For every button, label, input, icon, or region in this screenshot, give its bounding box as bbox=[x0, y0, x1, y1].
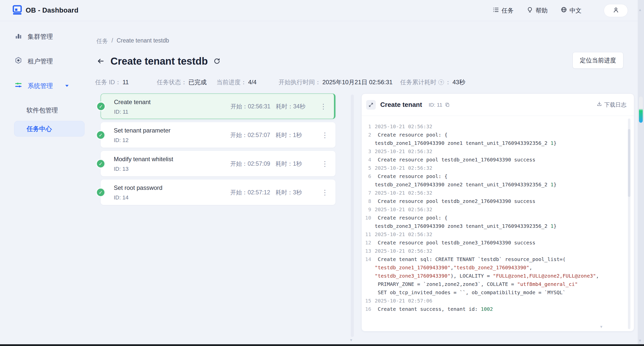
breadcrumb-current: Create tenant testdb bbox=[117, 37, 169, 45]
page-scrollbar[interactable]: ▴ ▾ bbox=[638, 0, 644, 344]
log-line-content: Create resource pool: { bbox=[375, 172, 447, 181]
topnav-language[interactable]: 中文 bbox=[561, 7, 582, 15]
log-line: 132025-10-21 02:56:32 bbox=[362, 247, 622, 255]
status-success-icon: ✓ bbox=[96, 130, 105, 140]
sidebar-item-task-center[interactable]: 任务中心 bbox=[14, 121, 85, 137]
log-line-content: 2025-10-21 02:56:32 bbox=[375, 122, 432, 131]
log-segment-plain: , bbox=[529, 265, 532, 271]
info-value: 2025年10月21日 02:56:31 bbox=[322, 78, 393, 86]
log-line-number: 11 bbox=[362, 230, 375, 239]
log-line-content: testdb_zone3_1760943390 zone3 tenant_uni… bbox=[375, 222, 556, 230]
log-line: testdb_zone1_1760943390 zone1 tenant_uni… bbox=[362, 139, 622, 147]
sidebar-item-packages[interactable]: 软件包管理 bbox=[0, 102, 91, 118]
kebab-menu-icon[interactable]: ⋮ bbox=[320, 131, 330, 139]
log-segment-time: 2025-10-21 02:56:32 bbox=[375, 123, 432, 129]
topnav-language-label: 中文 bbox=[570, 7, 582, 15]
kebab-menu-icon[interactable]: ⋮ bbox=[320, 159, 330, 168]
topnav-tasks[interactable]: 任务 bbox=[493, 7, 514, 15]
log-segment-plain: } bbox=[553, 140, 556, 146]
copy-icon[interactable] bbox=[445, 102, 450, 108]
info-label: 开始执行时间： bbox=[279, 78, 321, 86]
page-scrollbar-thumb[interactable] bbox=[639, 97, 643, 123]
topnav-help-label: 帮助 bbox=[536, 7, 548, 15]
log-scrollbar-thumb[interactable] bbox=[628, 129, 630, 197]
log-line-content: Create resource pool: { bbox=[375, 214, 447, 222]
log-segment-plain: testdb_zone2_1760943390 zone2 tenant_uni… bbox=[375, 182, 550, 188]
log-segment-plain: Create resource pool testdb_zone2_176094… bbox=[375, 198, 535, 204]
log-panel-header: Create tenant ID: 11 下载日志 bbox=[362, 94, 634, 116]
log-segment-time: 2025-10-21 02:56:32 bbox=[375, 206, 432, 212]
task-id: ID: 13 bbox=[114, 166, 129, 172]
log-line: 14 Create tenant sql: CREATE TENANT `tes… bbox=[362, 255, 622, 264]
sidebar-item-tenant[interactable]: 租户管理 bbox=[0, 53, 91, 69]
task-card-1[interactable]: ✓Create tenantID: 11开始：02:56:31耗时：34秒⋮ bbox=[101, 94, 335, 119]
task-card-4[interactable]: ✓Set root passwordID: 14开始：02:57:12耗时：3秒… bbox=[101, 180, 335, 205]
chevron-down-icon bbox=[65, 84, 69, 87]
task-list-scrollbar[interactable] bbox=[351, 95, 354, 337]
scroll-down-indicator: ▾ bbox=[350, 338, 352, 342]
task-start-time: 开始：02:56:31 bbox=[231, 102, 271, 110]
help-circle-icon[interactable]: ? bbox=[438, 79, 444, 85]
page-title: Create tenant testdb bbox=[110, 56, 208, 67]
log-line-content: 2025-10-21 02:56:32 bbox=[375, 164, 432, 172]
log-segment-plain: Create resource pool testdb_zone3_176094… bbox=[375, 240, 535, 246]
log-line: 112025-10-21 02:56:32 bbox=[362, 230, 622, 239]
user-avatar[interactable] bbox=[604, 4, 628, 17]
refresh-icon[interactable] bbox=[213, 58, 220, 65]
task-card-3[interactable]: ✓Modify tenant whitelistID: 13开始：02:57:0… bbox=[101, 151, 335, 176]
log-line-content: "testdb_zone1_1760943390","testdb_zone2_… bbox=[375, 264, 532, 272]
log-line-content: Create tenant success, tenant id: 1002 bbox=[375, 305, 493, 313]
expand-icon[interactable] bbox=[366, 100, 376, 110]
sidebar-item-system[interactable]: 系统管理 bbox=[0, 78, 91, 94]
log-segment-str: "testdb_zone3_1760943390" bbox=[375, 273, 450, 279]
task-start-time: 开始：02:57:07 bbox=[230, 131, 270, 139]
breadcrumb-root[interactable]: 任务 bbox=[96, 37, 108, 45]
log-segment-plain: Create resource pool: { bbox=[375, 215, 447, 221]
download-log-button[interactable]: 下载日志 bbox=[597, 101, 626, 109]
task-name: Set root password bbox=[114, 184, 162, 191]
info-item: 任务 ID：11 bbox=[95, 78, 129, 86]
log-line-number: 3 bbox=[362, 147, 375, 156]
log-line-number: 12 bbox=[362, 239, 375, 247]
task-duration: 耗时：1秒 bbox=[276, 131, 302, 139]
log-line-number: 8 bbox=[362, 197, 375, 205]
log-segment-plain: ), LOCALITY = bbox=[450, 273, 493, 279]
info-label: 任务累计耗时 bbox=[400, 78, 436, 86]
log-line-content: testdb_zone2_1760943390 zone2 tenant_uni… bbox=[375, 181, 556, 189]
status-success-icon: ✓ bbox=[96, 188, 105, 197]
sidebar-item-task-center-label: 任务中心 bbox=[27, 125, 52, 133]
scroll-up-arrow-icon[interactable]: ▴ bbox=[639, 8, 641, 12]
log-line-number bbox=[362, 222, 375, 230]
info-value: 43秒 bbox=[452, 78, 465, 86]
task-card-2[interactable]: ✓Set tenant parameterID: 12开始：02:57:07耗时… bbox=[101, 122, 335, 148]
topnav-help[interactable]: 帮助 bbox=[527, 7, 548, 15]
log-line-content: PRIMARY_ZONE = `zone1,zone2,zone3`, COLL… bbox=[375, 280, 578, 288]
log-segment-plain: Create tenant success, tenant id: bbox=[375, 306, 481, 312]
cluster-chart-icon bbox=[15, 32, 22, 41]
kebab-menu-icon[interactable]: ⋮ bbox=[318, 102, 328, 110]
back-arrow-icon[interactable] bbox=[96, 57, 105, 65]
breadcrumb-separator: / bbox=[111, 37, 113, 45]
log-segment-time: 2025-10-21 02:56:32 bbox=[375, 148, 432, 154]
log-line: 2 Create resource pool: { bbox=[362, 131, 622, 139]
log-line-number: 14 bbox=[362, 255, 375, 264]
log-line-number bbox=[362, 288, 375, 297]
sidebar-item-cluster[interactable]: 集群管理 bbox=[0, 28, 91, 45]
log-line-number: 10 bbox=[362, 214, 375, 222]
locate-progress-button[interactable]: 定位当前进度 bbox=[573, 52, 623, 69]
info-item: 当前进度：4/4 bbox=[216, 78, 256, 86]
help-icon bbox=[527, 7, 533, 15]
log-line: 152025-10-21 02:57:06 bbox=[362, 297, 622, 305]
log-line-content: Create tenant sql: CREATE TENANT `testdb… bbox=[375, 255, 566, 264]
log-segment-str: "FULL@zone1,FULL@zone2,FULL@zone3" bbox=[493, 273, 596, 279]
scroll-down-arrow-icon[interactable]: ▾ bbox=[639, 338, 641, 343]
kebab-menu-icon[interactable]: ⋮ bbox=[320, 188, 330, 196]
sidebar-item-cluster-label: 集群管理 bbox=[28, 32, 53, 41]
log-panel-title: Create tenant bbox=[380, 101, 422, 109]
task-duration: 耗时：1秒 bbox=[276, 160, 302, 167]
sidebar-item-tenant-label: 租户管理 bbox=[28, 57, 53, 65]
log-line: "testdb_zone3_1760943390"), LOCALITY = "… bbox=[362, 272, 622, 280]
log-line-number: 15 bbox=[362, 297, 375, 305]
log-segment-plain: testdb_zone3_1760943390 zone3 tenant_uni… bbox=[375, 223, 550, 229]
log-line-number: 1 bbox=[362, 122, 375, 131]
